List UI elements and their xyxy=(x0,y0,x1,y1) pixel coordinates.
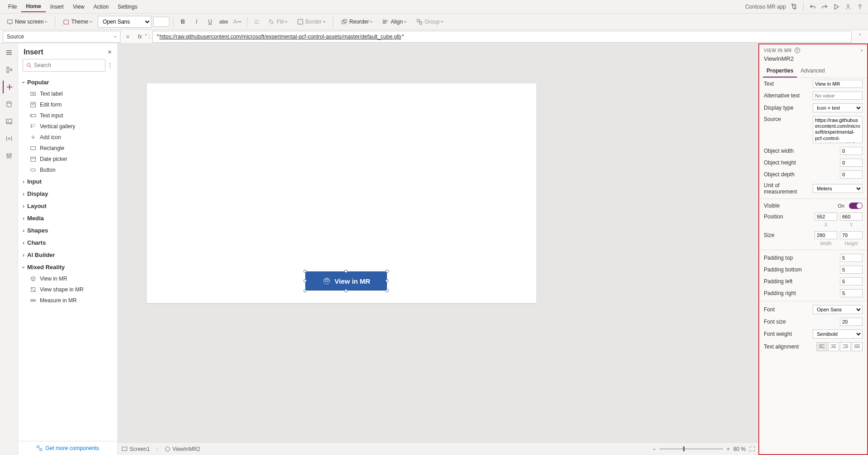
hamburger-icon[interactable] xyxy=(3,46,15,59)
more-icon[interactable]: ⋮ xyxy=(107,62,113,68)
insert-button[interactable]: Button xyxy=(18,165,117,175)
prop-height-input[interactable] xyxy=(840,231,863,239)
strikethrough-icon[interactable]: abc xyxy=(218,16,230,28)
prop-pb-input[interactable] xyxy=(840,266,863,274)
category-ai-builder[interactable]: AI Builder xyxy=(18,249,117,261)
menu-settings[interactable]: Settings xyxy=(113,2,142,12)
underline-icon[interactable]: U xyxy=(204,16,216,28)
menu-insert[interactable]: Insert xyxy=(46,2,68,12)
category-media[interactable]: Media xyxy=(18,212,117,224)
prop-pt-input[interactable] xyxy=(840,254,863,262)
help-icon[interactable]: ? xyxy=(855,2,864,11)
property-dropdown[interactable]: Source xyxy=(3,31,121,43)
align-button[interactable]: Align xyxy=(378,16,410,27)
info-icon[interactable]: ? xyxy=(795,48,800,53)
prop-ow-input[interactable] xyxy=(840,147,863,155)
bold-icon[interactable]: B xyxy=(177,16,189,28)
align-justify-button[interactable] xyxy=(852,342,863,351)
data-icon[interactable] xyxy=(3,98,15,111)
zoom-out-icon[interactable]: − xyxy=(653,446,656,452)
formula-expand-icon[interactable]: ˅ xyxy=(854,34,865,40)
source-control-icon[interactable] xyxy=(790,2,799,11)
formula-input[interactable]: "https://raw.githubusercontent.com/micro… xyxy=(152,31,852,43)
insert-edit-form[interactable]: Edit form xyxy=(18,99,117,110)
prop-display-select[interactable]: Icon + text xyxy=(813,103,863,112)
search-input[interactable] xyxy=(23,59,106,72)
canvas-area[interactable]: View in MR Screen1 › ViewInMR2 − + 80 % … xyxy=(118,44,758,455)
panel-expand-icon[interactable]: › xyxy=(861,47,863,53)
insert-date-picker[interactable]: Date picker xyxy=(18,154,117,165)
prop-text-input[interactable] xyxy=(813,80,863,88)
category-display[interactable]: Display xyxy=(18,188,117,200)
theme-button[interactable]: Theme xyxy=(59,16,96,27)
share-icon[interactable] xyxy=(844,2,853,11)
category-layout[interactable]: Layout xyxy=(18,200,117,212)
prop-unit-select[interactable]: Meters xyxy=(813,184,863,193)
advanced-tools-icon[interactable] xyxy=(3,150,15,162)
border-button[interactable]: Border xyxy=(293,16,329,27)
control-name[interactable]: ViewInMR2 xyxy=(759,54,867,65)
view-in-mr-control[interactable]: View in MR xyxy=(305,271,387,290)
italic-icon[interactable]: I xyxy=(191,16,203,28)
text-align-icon[interactable] xyxy=(251,16,263,28)
tab-properties[interactable]: Properties xyxy=(763,65,797,77)
prop-y-input[interactable] xyxy=(840,213,863,221)
prop-pr-input[interactable] xyxy=(840,289,863,297)
category-shapes[interactable]: Shapes xyxy=(18,224,117,237)
prop-alt-input[interactable] xyxy=(813,92,863,100)
fill-button[interactable]: Fill xyxy=(265,16,291,27)
prop-width-input[interactable] xyxy=(815,231,837,239)
category-popular[interactable]: Popular xyxy=(18,76,117,88)
align-right-button[interactable] xyxy=(840,342,851,351)
prop-source-input[interactable]: https://raw.githubusercontent.com/micros… xyxy=(813,116,863,143)
formula-bar: Source = fx ˅ "https://raw.githubusercon… xyxy=(0,30,868,44)
redo-icon[interactable] xyxy=(820,2,829,11)
get-more-components-link[interactable]: Get more components xyxy=(18,441,117,455)
category-mixed-reality[interactable]: Mixed Reality xyxy=(18,261,117,273)
group-button[interactable]: Group xyxy=(412,16,447,27)
fit-icon[interactable]: ⛶ xyxy=(749,446,755,452)
prop-pl-input[interactable] xyxy=(840,277,863,286)
category-input[interactable]: Input xyxy=(18,175,117,188)
prop-fw-select[interactable]: Semibold xyxy=(813,329,863,339)
play-icon[interactable] xyxy=(832,2,841,11)
menu-file[interactable]: File xyxy=(4,2,21,12)
prop-font-select[interactable]: Open Sans xyxy=(813,305,863,314)
zoom-in-icon[interactable]: + xyxy=(727,446,730,452)
insert-vertical-gallery[interactable]: Vertical gallery xyxy=(18,121,117,132)
prop-x-input[interactable] xyxy=(815,213,837,221)
insert-add-icon[interactable]: Add icon xyxy=(18,132,117,143)
media-icon[interactable] xyxy=(3,115,15,128)
menu-action[interactable]: Action xyxy=(89,2,113,12)
insert-view-shape-in-mr[interactable]: View shape in MR xyxy=(18,284,117,295)
zoom-slider[interactable] xyxy=(660,448,723,450)
close-icon[interactable]: ✕ xyxy=(107,49,112,55)
menu-home[interactable]: Home xyxy=(21,1,45,12)
undo-icon[interactable] xyxy=(808,2,817,11)
font-color-icon[interactable]: A xyxy=(231,16,243,28)
insert-rectangle[interactable]: Rectangle xyxy=(18,143,117,154)
menu-view[interactable]: View xyxy=(68,2,89,12)
insert-text-input[interactable]: Text input xyxy=(18,110,117,121)
insert-measure-in-mr[interactable]: Measure in MR xyxy=(18,295,117,306)
reorder-button[interactable]: Reorder xyxy=(337,16,376,27)
tab-advanced[interactable]: Advanced xyxy=(797,65,828,77)
prop-od-input[interactable] xyxy=(840,170,863,179)
tree-view-icon[interactable] xyxy=(3,63,15,76)
insert-icon[interactable] xyxy=(3,81,15,93)
category-charts[interactable]: Charts xyxy=(18,237,117,249)
app-screen[interactable]: View in MR xyxy=(147,83,536,303)
breadcrumb-screen[interactable]: Screen1 xyxy=(121,446,150,452)
variables-icon[interactable] xyxy=(3,132,15,145)
breadcrumb-control[interactable]: ViewInMR2 xyxy=(164,446,200,452)
align-center-button[interactable] xyxy=(828,342,839,351)
prop-fs-input[interactable] xyxy=(840,318,863,326)
prop-visible-toggle[interactable] xyxy=(849,203,863,209)
prop-oh-input[interactable] xyxy=(840,159,863,167)
font-size-box[interactable] xyxy=(153,17,169,27)
font-select[interactable]: Open Sans xyxy=(98,16,151,28)
align-left-button[interactable] xyxy=(816,342,827,351)
new-screen-button[interactable]: New screen xyxy=(3,16,51,27)
insert-text-label[interactable]: AbText label xyxy=(18,88,117,99)
insert-view-in-mr[interactable]: View in MR xyxy=(18,273,117,284)
